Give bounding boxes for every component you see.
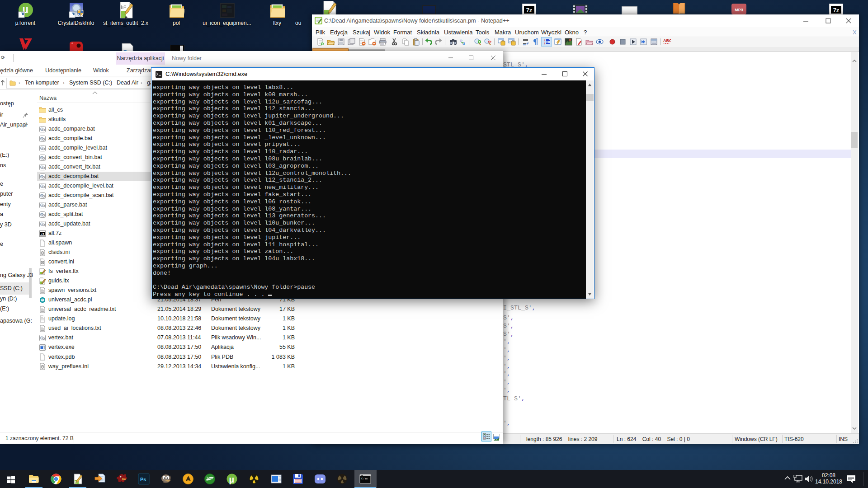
svg-text:e: e bbox=[123, 46, 127, 51]
svg-text:64: 64 bbox=[122, 478, 126, 481]
svg-text:µ: µ bbox=[229, 474, 235, 484]
svg-text:ABC: ABC bbox=[663, 38, 671, 43]
svg-text:Ps: Ps bbox=[140, 477, 146, 482]
svg-text:MP3: MP3 bbox=[735, 8, 743, 12]
svg-text:7z: 7z bbox=[833, 7, 840, 14]
svg-text:7z: 7z bbox=[41, 232, 45, 235]
svg-text:7z: 7z bbox=[526, 7, 533, 14]
